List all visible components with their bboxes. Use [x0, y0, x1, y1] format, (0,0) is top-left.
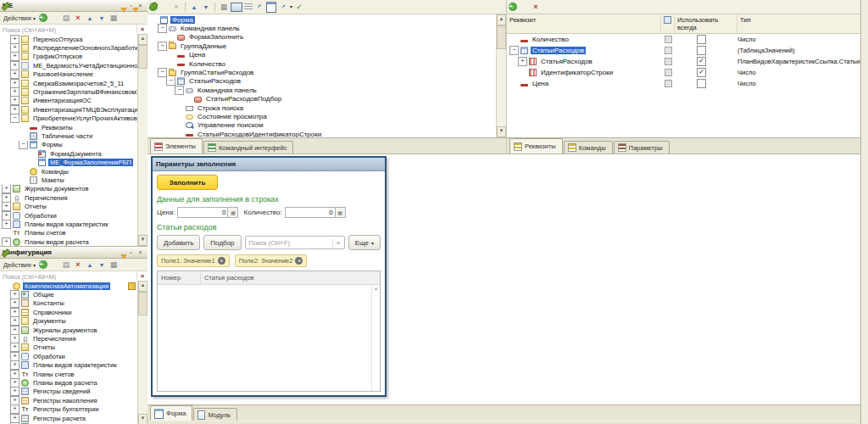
move-up-icon[interactable]: ▲	[85, 259, 95, 270]
scroll-down-icon[interactable]: ▼	[497, 126, 506, 137]
scroll-up-icon[interactable]: ▲	[138, 281, 147, 292]
tree-item[interactable]: +ОтражениеЗарплатыВФинансовомУчете	[0, 87, 137, 96]
use-always-checkbox[interactable]: ✓	[697, 57, 706, 66]
tree-item[interactable]: +Перечисления	[0, 193, 137, 202]
fill-button[interactable]: Заполнить	[157, 175, 218, 190]
tree-item[interactable]: +Регистры расчета	[0, 414, 137, 422]
tree-item[interactable]: Команды	[0, 167, 137, 176]
filter-icon[interactable]	[120, 259, 131, 270]
tree-item[interactable]: +Константы	[0, 299, 137, 308]
collapse-icon[interactable]: −	[158, 42, 167, 50]
expand-icon[interactable]: +	[10, 105, 19, 114]
tree-item[interactable]: +Справочники	[0, 308, 137, 316]
tree-item[interactable]: Реквизиты	[0, 123, 137, 131]
collapse-icon[interactable]: −	[166, 77, 175, 86]
more-button[interactable]: Еще ▾	[348, 235, 381, 250]
tree-item[interactable]: +Документы	[0, 317, 137, 326]
delete-icon[interactable]: ×	[73, 259, 83, 270]
tab-module[interactable]: Модуль	[193, 408, 237, 421]
attribute-row[interactable]: ЦенаЧисло	[507, 78, 861, 89]
tree-item[interactable]: Планы счетов	[0, 229, 137, 237]
expand-icon[interactable]: +	[10, 396, 19, 404]
tree-item[interactable]: +Обработки	[0, 211, 137, 220]
articles-table-body[interactable]: ▲	[158, 285, 380, 391]
tree-item[interactable]: Строка поиска	[147, 103, 496, 112]
properties-icon[interactable]: ▦	[108, 259, 119, 270]
tree-item[interactable]: +МЕ_ВедомостьУчетаДистанционнойРаботы	[0, 61, 137, 70]
add-button[interactable]: Добавить	[157, 235, 200, 250]
tree-item[interactable]: КомплекснаяАвтоматизация	[0, 282, 137, 290]
expand-icon[interactable]: +	[2, 193, 11, 202]
tree-item[interactable]: Цена	[147, 51, 496, 59]
tree-item[interactable]: Управление поиском	[147, 121, 496, 130]
attribute-row[interactable]: ИдентификаторСтроки✓Число	[507, 67, 861, 78]
move-down-icon[interactable]: ▼	[97, 13, 107, 23]
tree-item[interactable]: +Планы видов расчета	[0, 237, 137, 246]
expand-icon[interactable]: +	[2, 237, 11, 246]
column-header-requisite[interactable]: Реквизит	[507, 14, 661, 33]
collapse-icon[interactable]: −	[19, 141, 28, 149]
properties-icon[interactable]: ▦	[219, 2, 229, 12]
close-panel-icon[interactable]: ×	[136, 249, 145, 255]
column-header-use-always[interactable]: Использовать всегда	[675, 14, 737, 33]
remove-chip-icon[interactable]: ×	[218, 257, 225, 265]
expand-icon[interactable]: +	[10, 352, 19, 360]
remove-chip-icon[interactable]: ×	[295, 257, 303, 265]
tree-item[interactable]: +Регистры сведений	[0, 388, 137, 396]
scroll-up-icon[interactable]: ▲	[372, 285, 380, 293]
tree-item[interactable]: МЕ_ФормаЗаполненияРБП	[0, 158, 137, 166]
tree-item[interactable]: +Отчеты	[0, 202, 137, 210]
tree-item[interactable]: −ГруппаСтатьиРасходов	[147, 68, 496, 76]
copy-icon[interactable]: ▤	[61, 259, 71, 270]
monitor-icon[interactable]	[231, 3, 242, 12]
tree-item[interactable]: ФормаДокумента	[0, 149, 137, 158]
tree-item[interactable]: СтатьиРасходовИдентификаторСтроки	[147, 130, 496, 137]
actions-menu-button[interactable]: Действия ▾	[2, 261, 37, 269]
expand-icon[interactable]: +	[10, 97, 19, 105]
expand-icon[interactable]: +	[10, 317, 19, 326]
use-always-checkbox[interactable]	[697, 79, 706, 88]
actions-menu-button[interactable]: Действия ▾	[2, 14, 37, 22]
expand-icon[interactable]: +	[10, 53, 19, 61]
scrollbar[interactable]: ▲ ▼	[137, 34, 147, 246]
arrow-jump-icon[interactable]: ↱	[254, 2, 264, 12]
expand-icon[interactable]: +	[10, 87, 19, 96]
form-preview-window[interactable]: Параметры заполнения Заполнить Данные дл…	[151, 156, 387, 397]
tree-item[interactable]: +ГрафикОтпусков	[0, 53, 137, 61]
tree-item[interactable]: +ИнвентаризацияТМЦВЭксплуатации	[0, 105, 137, 114]
tree-item[interactable]: +Отчеты	[0, 343, 137, 352]
expand-icon[interactable]: +	[10, 378, 19, 387]
tree-item[interactable]: −Формы	[0, 141, 137, 149]
move-down-icon[interactable]: ▼	[201, 2, 211, 12]
expand-icon[interactable]: +	[2, 185, 11, 193]
tree-item[interactable]: +Журналы документов	[0, 326, 137, 334]
use-always-checkbox[interactable]	[697, 46, 706, 55]
filter-icon[interactable]	[120, 13, 131, 23]
pointer-icon[interactable]: ↗	[278, 2, 288, 12]
tab-requisites[interactable]: Реквизиты	[509, 138, 563, 153]
expand-icon[interactable]: +	[10, 334, 19, 343]
tree-item[interactable]: −Командная панель	[147, 24, 496, 32]
scroll-thumb[interactable]	[497, 25, 506, 49]
expand-icon[interactable]: +	[518, 57, 527, 66]
articles-search-box[interactable]: Поиск (Ctrl+F) ×	[245, 236, 345, 249]
flag-checkbox[interactable]	[665, 47, 672, 54]
attribute-row[interactable]: +СтатьяРасходов✓ПланВидовХарактеристикСс…	[507, 56, 861, 67]
tree-item[interactable]: −Командная панель	[147, 86, 496, 94]
attribute-row[interactable]: −СтатьиРасходов(ТаблицаЗначений)	[507, 45, 861, 56]
tree-item[interactable]: +Регистры бухгалтерии	[0, 404, 137, 413]
use-always-checkbox[interactable]: ✓	[697, 68, 706, 77]
move-up-icon[interactable]: ▲	[189, 2, 199, 12]
tree-item[interactable]: Состояние просмотра	[147, 112, 496, 120]
tree-item[interactable]: +РазовоеНачисление	[0, 70, 137, 79]
delete-icon[interactable]: ×	[531, 2, 541, 12]
tree-item[interactable]: Макеты	[0, 176, 137, 184]
tab-elements[interactable]: Элементы	[150, 138, 203, 153]
scrollbar[interactable]: ▲ ▼	[137, 281, 147, 424]
quantity-field[interactable]: 0 ▦	[285, 207, 346, 218]
expand-icon[interactable]: +	[10, 79, 19, 87]
tree-item[interactable]: +Планы видов характеристик	[0, 361, 137, 370]
expand-icon[interactable]: +	[10, 326, 19, 334]
tree-item[interactable]: Количество	[147, 59, 496, 68]
scroll-up-icon[interactable]: ▲	[497, 14, 506, 25]
